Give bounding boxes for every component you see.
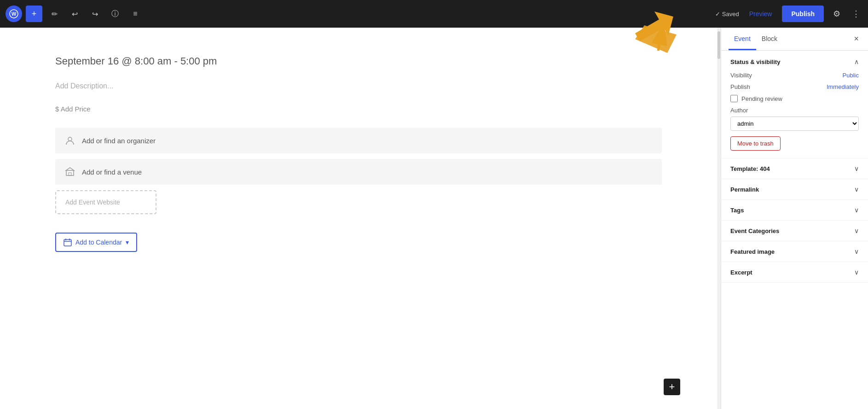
visibility-label: Visibility xyxy=(730,72,752,79)
author-label: Author xyxy=(730,107,859,114)
sidebar-tabs: Event Block × xyxy=(721,28,868,51)
pending-review-row: Pending review xyxy=(730,95,859,102)
undo-button[interactable]: ↩ xyxy=(66,6,83,22)
close-sidebar-button[interactable]: × xyxy=(852,32,861,46)
status-visibility-title: Status & visibility xyxy=(730,58,780,65)
content-area: September 16 @ 8:00 am - 5:00 pm Add Des… xyxy=(0,28,868,409)
scrollbar-thumb[interactable] xyxy=(718,31,720,59)
tab-block[interactable]: Block xyxy=(756,28,783,50)
editor: September 16 @ 8:00 am - 5:00 pm Add Des… xyxy=(0,28,717,409)
visibility-field: Visibility Public xyxy=(730,72,859,79)
pending-review-checkbox[interactable] xyxy=(730,95,738,102)
tags-chevron-icon: ∨ xyxy=(854,206,859,214)
template-chevron-icon: ∨ xyxy=(854,165,859,172)
event-categories-label: Event Categories xyxy=(730,228,779,234)
svg-point-6 xyxy=(68,137,72,141)
tab-event[interactable]: Event xyxy=(729,28,756,50)
event-categories-section[interactable]: Event Categories ∨ xyxy=(721,221,868,241)
author-field: Author admin xyxy=(730,107,859,131)
event-date-dash: - xyxy=(174,55,177,67)
featured-image-section[interactable]: Featured image ∨ xyxy=(721,241,868,262)
visibility-value[interactable]: Public xyxy=(843,72,859,79)
svg-text:W: W xyxy=(12,11,17,17)
permalink-section[interactable]: Permalink ∨ xyxy=(721,179,868,200)
event-categories-chevron-icon: ∨ xyxy=(854,227,859,234)
excerpt-section[interactable]: Excerpt ∨ xyxy=(721,262,868,283)
wp-logo: W xyxy=(6,6,22,22)
excerpt-label: Excerpt xyxy=(730,269,752,276)
permalink-chevron-icon: ∨ xyxy=(854,186,859,193)
svg-rect-8 xyxy=(69,173,71,175)
featured-image-chevron-icon: ∨ xyxy=(854,248,859,255)
event-website-input[interactable]: Add Event Website xyxy=(55,190,156,214)
venue-placeholder-text: Add or find a venue xyxy=(82,168,142,176)
add-organizer-row[interactable]: Add or find an organizer xyxy=(55,128,662,153)
more-options-button[interactable]: ⋮ xyxy=(850,6,862,22)
organizer-icon xyxy=(64,134,76,147)
saved-status: ✓ Saved xyxy=(715,11,739,18)
scrollbar-track[interactable] xyxy=(717,28,721,409)
calendar-icon xyxy=(64,238,72,246)
event-end-time: 5:00 pm xyxy=(180,55,217,67)
status-visibility-section: Status & visibility ∧ Visibility Public … xyxy=(721,51,868,158)
info-button[interactable]: ⓘ xyxy=(107,6,123,22)
preview-button[interactable]: Preview xyxy=(744,7,778,20)
move-to-trash-button[interactable]: Move to trash xyxy=(730,136,781,151)
event-start-time: 8:00 am xyxy=(135,55,172,67)
publish-label: Publish xyxy=(730,83,750,90)
tags-label: Tags xyxy=(730,207,744,214)
event-date-text: September 16 xyxy=(55,55,119,67)
add-block-toolbar-button[interactable]: + xyxy=(26,6,42,22)
toolbar: W + ✏ ↩ ↪ ⓘ ≡ ✓ Saved Preview Publish ⚙ … xyxy=(0,0,868,28)
toolbar-right: ✓ Saved Preview Publish ⚙ ⋮ xyxy=(715,6,862,22)
svg-rect-9 xyxy=(64,240,71,246)
add-to-calendar-label: Add to Calendar xyxy=(75,239,122,246)
template-section[interactable]: Template: 404 ∨ xyxy=(721,158,868,179)
add-block-bottom-button[interactable]: + xyxy=(664,379,680,395)
featured-image-label: Featured image xyxy=(730,248,775,255)
list-view-button[interactable]: ≡ xyxy=(127,6,144,22)
add-description-placeholder[interactable]: Add Description... xyxy=(55,82,662,90)
organizer-placeholder-text: Add or find an organizer xyxy=(82,137,156,145)
template-label: Template: 404 xyxy=(730,165,770,172)
edit-button[interactable]: ✏ xyxy=(46,6,63,22)
author-select[interactable]: admin xyxy=(730,117,859,131)
publish-field: Publish Immediately xyxy=(730,83,859,90)
venue-icon xyxy=(64,165,76,178)
redo-button[interactable]: ↪ xyxy=(87,6,103,22)
status-visibility-content: Visibility Public Publish Immediately Pe… xyxy=(730,72,859,151)
add-venue-row[interactable]: Add or find a venue xyxy=(55,159,662,185)
event-website-placeholder: Add Event Website xyxy=(65,199,120,206)
pending-review-label[interactable]: Pending review xyxy=(741,95,782,102)
sidebar: Event Block × Status & visibility ∧ Visi… xyxy=(721,28,868,409)
add-price-button[interactable]: $ Add Price xyxy=(55,105,662,113)
calendar-dropdown-arrow[interactable]: ▾ xyxy=(126,239,129,246)
excerpt-chevron-icon: ∨ xyxy=(854,269,859,276)
event-date-at: @ xyxy=(122,55,132,67)
status-visibility-chevron-icon: ∧ xyxy=(854,58,859,65)
settings-button[interactable]: ⚙ xyxy=(828,6,845,22)
status-visibility-header[interactable]: Status & visibility ∧ xyxy=(730,58,859,65)
publish-button[interactable]: Publish xyxy=(782,6,824,22)
tags-section[interactable]: Tags ∨ xyxy=(721,200,868,221)
event-date: September 16 @ 8:00 am - 5:00 pm xyxy=(55,55,662,67)
add-to-calendar-button[interactable]: Add to Calendar ▾ xyxy=(55,233,137,252)
permalink-label: Permalink xyxy=(730,186,759,193)
publish-value[interactable]: Immediately xyxy=(827,83,859,90)
